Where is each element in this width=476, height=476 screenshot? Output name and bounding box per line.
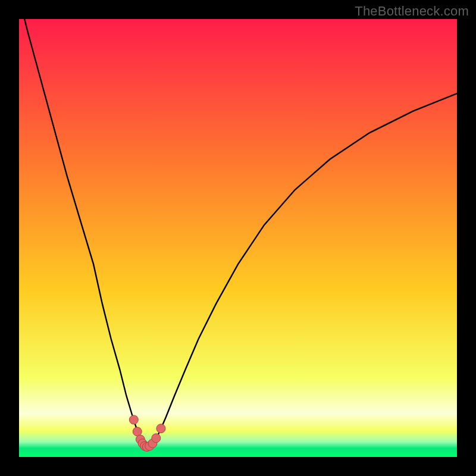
chart-frame: TheBottleneck.com [0,0,476,476]
data-point [129,415,138,424]
plot-svg [19,19,457,457]
plot-area [19,19,457,457]
data-point [133,427,142,436]
data-point [152,434,161,443]
watermark-label: TheBottleneck.com [355,4,469,19]
gradient-background [19,19,457,457]
data-point [156,424,165,433]
